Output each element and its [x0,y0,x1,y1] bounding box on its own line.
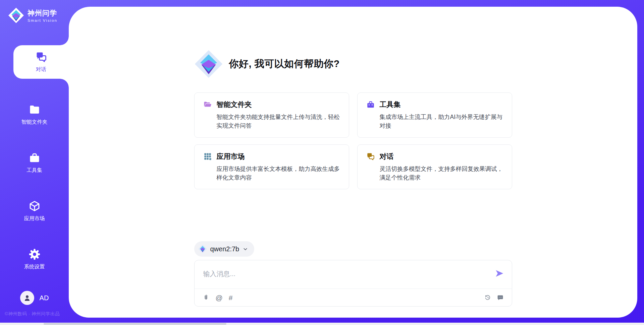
sidebar: 神州问学 Smart Vision 对话 智能文件夹 工具集 应用市场 系统设置… [0,0,69,325]
model-selector[interactable]: qwen2:7b [194,241,255,257]
apps-grid-icon [203,152,212,161]
message-input[interactable] [203,266,644,281]
sidebar-item-toolset[interactable]: 工具集 [0,146,69,180]
hash-icon[interactable]: # [229,294,233,301]
chevron-down-icon [243,246,248,252]
folder-open-icon [203,100,212,109]
brand: 神州问学 Smart Vision [8,7,57,23]
brand-name: 神州问学 [28,8,57,18]
gear-icon [29,248,41,260]
card-toolset[interactable]: 工具集 集成市场上主流工具，助力AI与外界无缝扩展与对接 [357,92,512,138]
feature-cards: 智能文件夹 智能文件夹功能支持批量文件上传与清洗，轻松实现文件问答 工具集 集成… [194,92,512,189]
chat-icon [366,152,375,161]
card-title: 智能文件夹 [217,100,252,109]
copyright-footer: ©神州数码 · 神州问学出品 [5,311,60,317]
diamond-logo-icon [198,245,207,253]
user-account[interactable]: AD [0,291,69,305]
card-title: 工具集 [380,100,401,109]
sidebar-item-smart-folder[interactable]: 智能文件夹 [0,98,69,131]
sidebar-item-chat[interactable]: 对话 [13,45,69,79]
horizontal-scrollbar[interactable] [0,323,644,325]
greeting-title: 你好, 我可以如何帮助你? [229,57,340,71]
card-chat[interactable]: 对话 灵活切换多模型文件，支持多样回复效果调试，满足个性化需求 [357,144,512,190]
model-name: qwen2:7b [210,245,239,253]
card-app-market[interactable]: 应用市场 应用市场提供丰富长文本模板，助力高效生成多样化文章内容 [194,144,349,190]
chat-icon [35,51,47,63]
sidebar-item-settings[interactable]: 系统设置 [0,243,69,276]
greeting: 你好, 我可以如何帮助你? [194,50,512,78]
card-description: 灵活切换多模型文件，支持多样回复效果调试，满足个性化需求 [380,165,503,182]
send-icon[interactable] [494,268,504,278]
at-icon[interactable]: @ [216,294,223,301]
toolbox-icon [366,100,375,109]
card-description: 集成市场上主流工具，助力AI与外界无缝扩展与对接 [380,113,503,130]
toolbox-icon [29,152,41,164]
chat-bubble-icon[interactable] [497,294,504,301]
sidebar-item-label: 智能文件夹 [21,119,48,126]
folder-icon [29,104,41,116]
card-description: 应用市场提供丰富长文本模板，助力高效生成多样化文章内容 [217,165,340,182]
main-panel: 你好, 我可以如何帮助你? 智能文件夹 智能文件夹功能支持批量文件上传与清洗，轻… [69,7,637,318]
avatar [20,291,34,305]
active-tab-fillet-bottom [60,79,69,87]
sidebar-item-label: 系统设置 [24,263,45,270]
composer-toolbar: @ # [195,289,512,306]
paperclip-icon[interactable] [203,294,210,301]
sidebar-item-label: 应用市场 [24,215,45,222]
sidebar-item-app-market[interactable]: 应用市场 [0,194,69,228]
brand-subtitle: Smart Vision [28,18,57,22]
user-name: AD [40,294,49,302]
card-title: 应用市场 [217,152,245,161]
sidebar-item-label: 工具集 [26,167,42,174]
cube-icon [29,200,41,212]
card-description: 智能文件夹功能支持批量文件上传与清洗，轻松实现文件问答 [217,113,340,130]
diamond-logo-icon [8,7,24,23]
card-smart-folder[interactable]: 智能文件夹 智能文件夹功能支持批量文件上传与清洗，轻松实现文件问答 [194,92,349,138]
card-title: 对话 [380,152,394,161]
scrollbar-thumb[interactable] [44,323,226,325]
history-icon[interactable] [484,294,491,301]
active-tab-fillet-top [60,37,69,45]
person-icon [23,294,32,302]
composer: qwen2:7b @ # [194,241,512,307]
diamond-logo-icon [194,50,223,78]
message-input-box: @ # [194,260,512,307]
sidebar-item-label: 对话 [36,66,46,73]
